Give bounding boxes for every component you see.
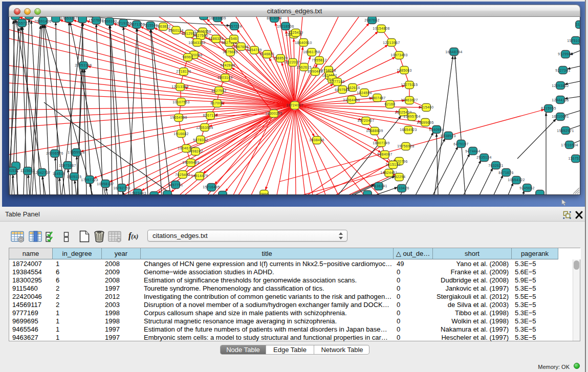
svg-text:1024554: 1024554: [357, 91, 372, 95]
svg-text:7663822: 7663822: [156, 25, 170, 28]
svg-text:10973493: 10973493: [390, 53, 407, 57]
svg-text:1117: 1117: [576, 23, 580, 26]
svg-text:14099489: 14099489: [182, 161, 199, 164]
svg-text:16654923: 16654923: [400, 128, 417, 132]
svg-text:18807249: 18807249: [373, 141, 389, 145]
svg-text:10975887: 10975887: [59, 164, 76, 167]
svg-text:12275115: 12275115: [401, 83, 418, 86]
svg-text:1916682: 1916682: [173, 132, 188, 136]
svg-text:10699695: 10699695: [417, 121, 433, 124]
svg-text:10654122: 10654122: [508, 178, 525, 182]
svg-text:12213389: 12213389: [171, 85, 188, 89]
svg-text:12923443: 12923443: [129, 191, 146, 195]
svg-text:8960124: 8960124: [168, 29, 183, 32]
svg-text:17016504: 17016504: [561, 143, 578, 147]
svg-text:20691406: 20691406: [34, 19, 51, 23]
svg-text:7632621: 7632621: [488, 164, 503, 167]
svg-text:2803144: 2803144: [217, 76, 232, 79]
svg-text:13495764: 13495764: [403, 115, 420, 118]
svg-text:8427552: 8427552: [211, 89, 226, 93]
svg-text:8322037: 8322037: [285, 60, 300, 64]
svg-text:8267110: 8267110: [203, 114, 218, 117]
svg-text:10688609: 10688609: [366, 129, 383, 133]
svg-text:1562615: 1562615: [296, 65, 311, 69]
svg-text:10958107: 10958107: [97, 182, 114, 186]
svg-text:16210641: 16210641: [552, 115, 569, 118]
svg-text:7485063: 7485063: [397, 69, 411, 72]
svg-text:15692971: 15692971: [557, 129, 574, 133]
svg-text:10463627: 10463627: [401, 98, 418, 102]
svg-text:9242848: 9242848: [220, 63, 235, 67]
svg-text:21364456: 21364456: [343, 98, 360, 102]
svg-text:18300295: 18300295: [265, 112, 282, 115]
svg-text:1588520: 1588520: [273, 56, 288, 60]
svg-text:1615132: 1615132: [385, 163, 400, 166]
svg-text:6497568: 6497568: [335, 88, 350, 92]
svg-text:9474444: 9474444: [465, 149, 480, 153]
svg-text:8471676: 8471676: [498, 171, 513, 174]
svg-text:12093832: 12093832: [552, 84, 569, 87]
svg-text:19654988: 19654988: [170, 116, 187, 119]
svg-text:8186323: 8186323: [208, 37, 223, 40]
svg-text:20206576: 20206576: [46, 151, 63, 155]
svg-text:1640954: 1640954: [429, 128, 444, 132]
svg-text:62160: 62160: [385, 102, 396, 106]
svg-text:7955812: 7955812: [312, 58, 326, 62]
svg-text:19756928: 19756928: [397, 144, 414, 148]
svg-text:8813054: 8813054: [267, 17, 281, 20]
svg-text:10807487: 10807487: [368, 96, 385, 100]
svg-text:16782759: 16782759: [113, 186, 130, 190]
svg-text:817006: 817006: [210, 101, 223, 105]
svg-text:15751074: 15751074: [567, 39, 580, 42]
svg-text:10154808: 10154808: [373, 27, 389, 30]
svg-text:9084067: 9084067: [377, 152, 392, 156]
svg-text:391531: 391531: [9, 169, 19, 172]
svg-text:14136141: 14136141: [370, 184, 387, 188]
svg-text:9055721: 9055721: [14, 21, 29, 25]
svg-text:20053346: 20053346: [75, 63, 92, 67]
svg-text:252254: 252254: [393, 175, 405, 179]
svg-text:10543382: 10543382: [188, 41, 205, 45]
svg-text:14524451: 14524451: [380, 171, 397, 174]
svg-text:9146821: 9146821: [259, 52, 274, 56]
svg-text:9527500: 9527500: [193, 34, 208, 37]
svg-text:8454749: 8454749: [247, 48, 262, 52]
svg-text:17957223: 17957223: [81, 178, 98, 182]
svg-text:7866: 7866: [260, 192, 269, 195]
svg-text:1733426: 1733426: [394, 186, 409, 190]
svg-text:16648784: 16648784: [445, 50, 462, 54]
svg-text:9777169: 9777169: [330, 80, 344, 83]
svg-text:9457791: 9457791: [168, 183, 183, 187]
svg-text:546: 546: [231, 37, 237, 40]
svg-text:6479197: 6479197: [453, 142, 468, 146]
svg-text:3875685: 3875685: [223, 50, 237, 54]
svg-text:1505115: 1505115: [67, 175, 82, 179]
svg-text:1167533: 1167533: [569, 157, 580, 160]
svg-text:10653287: 10653287: [60, 17, 77, 20]
svg-text:8215955: 8215955: [541, 106, 556, 110]
svg-text:2087662: 2087662: [364, 18, 379, 22]
svg-text:15716485: 15716485: [203, 185, 220, 189]
svg-text:2935134: 2935134: [476, 156, 491, 159]
svg-text:12444136: 12444136: [552, 98, 569, 102]
svg-text:2718176: 2718176: [176, 70, 191, 73]
svg-text:16961758: 16961758: [303, 50, 320, 54]
svg-text:1115682: 1115682: [20, 169, 35, 172]
svg-text:7515546: 7515546: [143, 24, 158, 27]
svg-text:1498242: 1498242: [188, 149, 203, 153]
svg-text:114514: 114514: [53, 172, 66, 176]
svg-text:16033809: 16033809: [209, 17, 226, 20]
svg-text:9129986: 9129986: [558, 52, 573, 56]
svg-text:12213967: 12213967: [383, 41, 400, 45]
svg-text:10107553: 10107553: [172, 100, 189, 104]
svg-text:2967608: 2967608: [233, 45, 248, 49]
svg-text:1938456: 1938456: [309, 138, 324, 142]
svg-text:8938923: 8938923: [441, 134, 455, 138]
svg-text:7857224: 7857224: [227, 25, 242, 28]
svg-text:9227341: 9227341: [555, 69, 570, 72]
svg-text:12342737: 12342737: [33, 171, 50, 174]
svg-text:1527602: 1527602: [89, 18, 103, 22]
svg-text:9245652: 9245652: [519, 186, 534, 190]
svg-text:8990448: 8990448: [308, 70, 322, 73]
svg-text:12353594: 12353594: [196, 126, 213, 129]
